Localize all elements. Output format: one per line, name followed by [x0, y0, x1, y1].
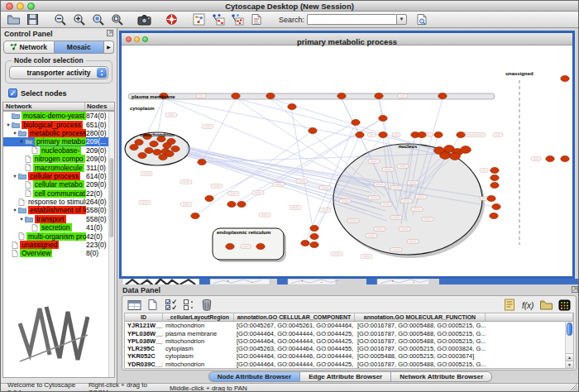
- graph-node[interactable]: [153, 149, 161, 155]
- tree-row[interactable]: response to stimulu264(0): [3, 198, 114, 206]
- scroll-down-button[interactable]: ▼: [566, 361, 573, 368]
- table-row[interactable]: YKR052Ccytoplasm[GO:0044464, GO:0044446,…: [125, 352, 573, 360]
- annotation-icon[interactable]: [246, 12, 266, 27]
- table-row[interactable]: YPL036W__1mitochondrion[GO:0044464, GO:0…: [125, 337, 573, 345]
- unselect-attributes-icon[interactable]: [180, 298, 197, 312]
- expander-icon[interactable]: ▼: [5, 122, 12, 127]
- graph-node[interactable]: [379, 115, 387, 121]
- tree-row[interactable]: ▼establishment of lo558(0): [3, 206, 114, 214]
- zoom-fit-icon[interactable]: [108, 12, 127, 27]
- select-nodes-checkbox[interactable]: ✓: [8, 88, 17, 98]
- graph-node[interactable]: [130, 144, 138, 150]
- resize-grip[interactable]: [569, 382, 577, 392]
- tree-column-network[interactable]: Network: [3, 103, 84, 110]
- tree-row[interactable]: Overview8(0): [3, 249, 114, 257]
- apply-vizmap-icon[interactable]: [227, 12, 246, 27]
- graph-node[interactable]: [256, 243, 265, 249]
- graph-node[interactable]: [288, 103, 296, 109]
- graph-node[interactable]: [337, 93, 346, 98]
- birdseye-view-icon[interactable]: [189, 12, 208, 27]
- tree-row[interactable]: mosaic-demo-yeast874(0): [3, 112, 114, 120]
- table-column-header[interactable]: _cellularLayoutRegion: [163, 313, 234, 321]
- snapshot-icon[interactable]: [135, 12, 154, 27]
- tree-row[interactable]: ▼transport558(0): [3, 215, 114, 223]
- search-input[interactable]: [307, 14, 396, 25]
- graph-node[interactable]: [418, 131, 426, 137]
- open-network-icon[interactable]: [4, 12, 23, 27]
- tab-overflow-button[interactable]: ▶: [104, 41, 114, 54]
- graph-node[interactable]: [226, 243, 234, 249]
- tab-network[interactable]: Network: [3, 41, 55, 54]
- tree-scrollbar[interactable]: [108, 112, 114, 377]
- graph-node[interactable]: [434, 131, 443, 137]
- graph-node[interactable]: [227, 201, 236, 207]
- frame-close-button[interactable]: [126, 36, 132, 42]
- graph-node[interactable]: [352, 119, 360, 125]
- function-builder-icon[interactable]: f(x): [519, 298, 536, 312]
- graph-node[interactable]: [546, 155, 554, 161]
- float-panel-icon[interactable]: [107, 30, 113, 38]
- graph-node[interactable]: [167, 138, 175, 144]
- network-view-window[interactable]: primary metabolic process plasma membran…: [119, 31, 575, 279]
- table-row[interactable]: YJR121W__1mitochondrion[GO:0045267, GO:0…: [125, 322, 573, 329]
- graph-node[interactable]: [145, 147, 153, 153]
- attribute-table-icon[interactable]: [126, 298, 142, 312]
- close-button[interactable]: [6, 2, 13, 10]
- tree-row[interactable]: cellular metabo209(0): [3, 180, 114, 189]
- graph-node[interactable]: [492, 203, 500, 209]
- scrollbar-thumb[interactable]: [567, 323, 572, 336]
- graph-node[interactable]: [138, 152, 146, 158]
- zoom-selected-icon[interactable]: [89, 12, 108, 27]
- graph-node[interactable]: [375, 93, 383, 98]
- tree-row[interactable]: ▼primary metabo209(...: [3, 137, 114, 146]
- frame-maximize-button[interactable]: [142, 36, 148, 42]
- matrix-view-icon[interactable]: [556, 298, 572, 312]
- tab-edge-attribute-browser[interactable]: Edge Attribute Browser: [300, 371, 391, 382]
- graph-node[interactable]: [457, 131, 465, 137]
- graph-node[interactable]: [440, 152, 451, 160]
- float-panel-icon[interactable]: [572, 286, 578, 294]
- table-row[interactable]: YLR295Ccytoplasm[GO:0045263, GO:0044464,…: [125, 345, 573, 352]
- graph-node[interactable]: [461, 146, 471, 154]
- tab-mosaic[interactable]: Mosaic: [55, 41, 105, 54]
- table-column-header[interactable]: annotation.GO MOLECULAR_FUNCTION: [355, 313, 486, 321]
- graph-node[interactable]: [450, 153, 461, 160]
- scroll-up-button[interactable]: ▲: [566, 353, 573, 361]
- tree-row[interactable]: unassigned223(0): [3, 241, 114, 249]
- graph-node[interactable]: [310, 241, 318, 247]
- minimize-button[interactable]: [17, 2, 24, 10]
- graph-node[interactable]: [191, 213, 199, 218]
- graph-node[interactable]: [310, 233, 318, 239]
- graph-node[interactable]: [490, 174, 499, 180]
- graph-node[interactable]: [301, 240, 309, 246]
- expander-icon[interactable]: ▼: [12, 174, 18, 179]
- save-session-icon[interactable]: [23, 12, 42, 27]
- expander-icon[interactable]: ▼: [12, 208, 18, 213]
- graph-node[interactable]: [198, 159, 206, 165]
- tree-row[interactable]: cell communicat22(0): [3, 189, 114, 198]
- zoom-in-icon[interactable]: [69, 12, 89, 27]
- import-attributes-icon[interactable]: [538, 298, 554, 312]
- graph-node[interactable]: [490, 213, 498, 218]
- tab-network-attribute-browser[interactable]: Network Attribute Browser: [391, 371, 492, 382]
- tree-row[interactable]: ▼metabolic process280(0): [3, 129, 114, 137]
- tree-row[interactable]: ▼cellular process614(0): [3, 172, 114, 180]
- table-row[interactable]: YPL036W__2plasma membrane[GO:0044464, GO…: [125, 330, 573, 337]
- background-windows-strip[interactable]: [119, 279, 579, 284]
- table-column-header[interactable]: ID: [125, 313, 163, 321]
- network-view-titlebar[interactable]: primary metabolic process: [122, 33, 572, 45]
- help-icon[interactable]: [162, 12, 181, 27]
- maximize-button[interactable]: [27, 2, 35, 10]
- graph-node[interactable]: [438, 93, 447, 98]
- graph-node[interactable]: [150, 141, 158, 146]
- graph-node[interactable]: [266, 93, 275, 98]
- apply-layout-icon[interactable]: [208, 12, 227, 27]
- expander-icon[interactable]: ▼: [18, 139, 25, 144]
- tree-row[interactable]: nucleobase-209(0): [3, 146, 114, 155]
- expander-icon[interactable]: ▼: [18, 217, 25, 222]
- zoom-out-icon[interactable]: [50, 12, 69, 27]
- graph-node[interactable]: [232, 93, 240, 98]
- graph-node[interactable]: [309, 127, 317, 133]
- graph-node[interactable]: [205, 195, 213, 201]
- graph-node[interactable]: [310, 225, 318, 231]
